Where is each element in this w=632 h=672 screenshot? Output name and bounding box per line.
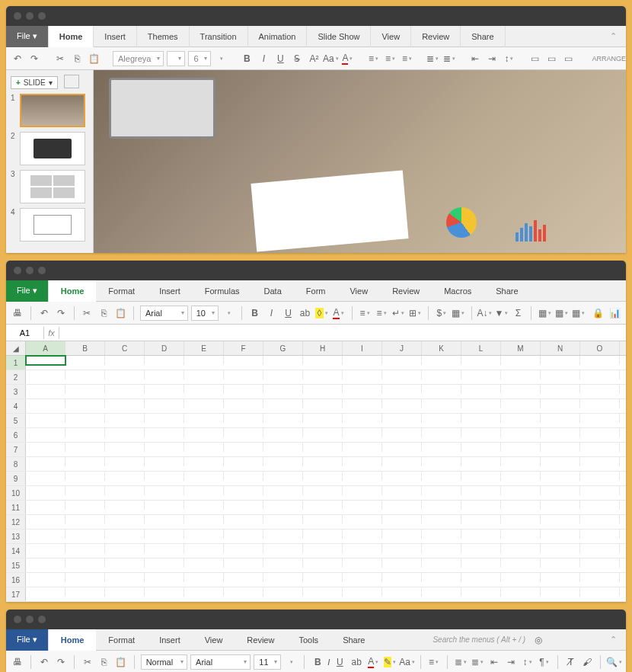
cut-icon[interactable]: ✂ (81, 655, 94, 669)
align-vert-icon[interactable]: ≡ (400, 52, 413, 66)
cell[interactable] (303, 530, 343, 539)
cell[interactable] (184, 472, 224, 481)
cell[interactable] (580, 399, 620, 408)
cell[interactable] (343, 443, 382, 452)
undo-icon[interactable]: ↶ (37, 655, 51, 669)
slide-thumb[interactable]: 2 (11, 132, 88, 165)
cell[interactable] (343, 544, 382, 553)
cell[interactable] (422, 457, 461, 466)
cell[interactable] (65, 385, 105, 394)
style-select[interactable]: Normal (141, 654, 187, 670)
cell[interactable] (26, 544, 65, 553)
fontsize-select[interactable]: 11 (254, 654, 281, 670)
cell[interactable] (422, 515, 461, 524)
cell[interactable] (65, 356, 105, 365)
cell[interactable] (105, 544, 145, 553)
cell[interactable] (422, 356, 461, 365)
cell[interactable] (461, 544, 501, 553)
cell[interactable] (580, 472, 620, 481)
window-dot[interactable] (26, 267, 34, 274)
find-icon[interactable]: 🔍 (607, 655, 621, 669)
align-icon[interactable]: ≡ (427, 655, 441, 669)
cell[interactable] (343, 385, 382, 394)
arrange-button[interactable]: ARRANGE (587, 55, 626, 62)
cell[interactable] (580, 530, 620, 539)
cell[interactable] (65, 544, 105, 553)
cell[interactable] (501, 370, 541, 379)
cell[interactable] (263, 558, 303, 568)
cell[interactable] (105, 370, 145, 379)
cell[interactable] (105, 414, 145, 423)
cell[interactable] (343, 399, 382, 408)
cell[interactable] (105, 558, 145, 568)
cell[interactable] (541, 414, 580, 423)
cell[interactable] (224, 587, 263, 597)
tab-home[interactable]: Home (49, 280, 97, 302)
cell[interactable] (184, 544, 224, 553)
tab-animation[interactable]: Animation (248, 26, 308, 47)
slide-canvas[interactable] (94, 70, 626, 253)
strikethrough-icon[interactable]: ab (350, 655, 363, 669)
tab-insert[interactable]: Insert (94, 26, 137, 47)
cell[interactable] (263, 457, 303, 466)
wrap-icon[interactable]: ↵ (391, 306, 405, 320)
cell[interactable] (461, 530, 501, 539)
cell[interactable] (263, 486, 303, 495)
cell[interactable] (461, 558, 501, 568)
paste-icon[interactable]: 📋 (114, 655, 128, 669)
bold-icon[interactable]: B (240, 52, 254, 66)
cell[interactable] (145, 414, 184, 423)
cell[interactable] (501, 457, 541, 466)
cell[interactable] (461, 356, 501, 365)
location-icon[interactable]: ◎ (531, 633, 545, 647)
cell[interactable] (422, 399, 461, 408)
cell[interactable] (541, 573, 580, 582)
shape3-icon[interactable]: ▭ (561, 52, 575, 66)
strikethrough-icon[interactable]: S̶ (290, 52, 304, 66)
col-header[interactable]: I (343, 341, 382, 355)
cell[interactable] (263, 356, 303, 365)
fontsize-dd[interactable] (284, 655, 298, 669)
cell[interactable] (105, 443, 145, 452)
cell[interactable] (65, 472, 105, 481)
cell[interactable] (382, 472, 422, 481)
slide-thumb[interactable]: 1 (11, 94, 88, 127)
cell[interactable] (461, 385, 501, 394)
lock-icon[interactable]: 🔒 (591, 306, 605, 320)
cell[interactable] (541, 443, 580, 452)
cell[interactable] (26, 573, 65, 582)
cell[interactable] (580, 414, 620, 423)
cell[interactable] (224, 356, 263, 365)
numbering-icon[interactable]: ≣ (442, 52, 456, 66)
cell[interactable] (26, 515, 65, 524)
cell[interactable] (263, 501, 303, 510)
tab-share[interactable]: Share (461, 26, 505, 47)
cell[interactable] (382, 530, 422, 539)
cell[interactable] (501, 544, 541, 553)
col-header[interactable]: O (580, 341, 620, 355)
cell[interactable] (26, 472, 65, 481)
cell[interactable] (422, 587, 461, 597)
cell[interactable] (105, 399, 145, 408)
font-color-icon[interactable]: A (366, 655, 380, 669)
cell[interactable] (303, 356, 343, 365)
font-color-icon[interactable]: A (340, 52, 354, 66)
cell[interactable] (422, 443, 461, 452)
cell[interactable] (184, 486, 224, 495)
cell[interactable] (184, 385, 224, 394)
cell[interactable] (263, 370, 303, 379)
cell[interactable] (501, 443, 541, 452)
cell[interactable] (303, 544, 343, 553)
cell[interactable] (541, 544, 580, 553)
cell[interactable] (65, 515, 105, 524)
cell[interactable] (461, 414, 501, 423)
add-slide-button[interactable]: +SLIDE ▾ (11, 76, 58, 89)
cell[interactable] (343, 558, 382, 568)
cell[interactable] (105, 356, 145, 365)
cell[interactable] (105, 428, 145, 437)
tab-transition[interactable]: Transition (190, 26, 248, 47)
row-header[interactable]: 17 (6, 587, 26, 601)
cell[interactable] (224, 501, 263, 510)
underline-icon[interactable]: U (333, 655, 346, 669)
col-header[interactable]: J (382, 341, 422, 355)
